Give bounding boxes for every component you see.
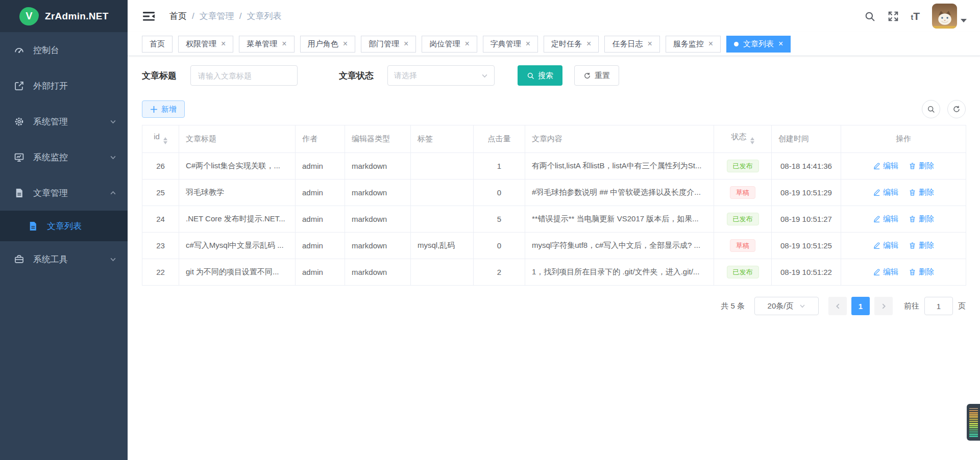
- tab-label: 权限管理: [186, 39, 216, 49]
- cell-actions: 编辑删除: [841, 259, 966, 286]
- next-page-button[interactable]: [874, 297, 893, 315]
- reset-button-label: 重置: [595, 71, 610, 81]
- breadcrumb-home[interactable]: 首页: [169, 10, 187, 22]
- cell-author: admin: [296, 153, 345, 180]
- close-icon[interactable]: ×: [708, 40, 713, 48]
- close-icon[interactable]: ×: [464, 40, 469, 48]
- search-button[interactable]: 搜索: [518, 65, 562, 86]
- avatar[interactable]: [932, 4, 957, 29]
- chevron-left-icon: [835, 303, 841, 310]
- tab-permission[interactable]: 权限管理×: [178, 36, 233, 53]
- column-tags: 标签: [411, 125, 474, 153]
- delete-link[interactable]: 删除: [909, 188, 934, 197]
- prev-page-button[interactable]: [828, 297, 847, 315]
- refresh-table-button[interactable]: [947, 100, 966, 118]
- toolbox-icon: [14, 254, 24, 265]
- delete-link[interactable]: 删除: [909, 241, 934, 250]
- cell-title: .NET Core 发布时提示.NET...: [179, 206, 296, 233]
- cell-clicks: 0: [474, 233, 525, 259]
- cell-clicks: 1: [474, 153, 525, 180]
- sidebar-item-system-admin[interactable]: 系统管理: [0, 104, 128, 139]
- cell-title: c#写入Mysql中文显示乱码 ...: [179, 233, 296, 259]
- edit-link[interactable]: 编辑: [873, 241, 898, 250]
- sidebar-item-label: 文章列表: [47, 220, 82, 232]
- tab-service-monitor[interactable]: 服务监控×: [666, 36, 721, 53]
- column-status[interactable]: 状态: [714, 125, 772, 153]
- sidebar-item-label: 系统工具: [33, 253, 68, 265]
- reset-button[interactable]: 重置: [574, 65, 619, 86]
- edit: [873, 215, 880, 223]
- cell-id: 25: [142, 180, 179, 206]
- edit: [873, 268, 880, 276]
- table-row: 23c#写入Mysql中文显示乱码 ...adminmarkdownmysql,…: [142, 233, 966, 259]
- tab-task-log[interactable]: 任务日志×: [604, 36, 659, 53]
- active-dot-icon: [734, 42, 739, 46]
- sidebar-item-article-admin[interactable]: 文章管理: [0, 175, 128, 211]
- external-link-icon: [14, 81, 24, 91]
- font-size-icon[interactable]: tT: [911, 11, 920, 21]
- add-button-label: 新增: [161, 105, 177, 114]
- sort-icon[interactable]: [750, 135, 754, 146]
- collapse-sidebar-icon[interactable]: [143, 11, 155, 22]
- cell-created: 08-18 14:41:36: [772, 153, 841, 180]
- search-icon[interactable]: [864, 11, 875, 22]
- close-icon[interactable]: ×: [221, 40, 226, 48]
- tab-cron[interactable]: 定时任务×: [544, 36, 599, 53]
- tab-dictionary[interactable]: 字典管理×: [483, 36, 538, 53]
- app-title: ZrAdmin.NET: [45, 11, 109, 22]
- edit-link[interactable]: 编辑: [873, 267, 898, 277]
- page-size-value: 20条/页: [768, 301, 794, 311]
- tab-department[interactable]: 部门管理×: [361, 36, 416, 53]
- close-icon[interactable]: ×: [778, 40, 783, 48]
- tab-menu[interactable]: 菜单管理×: [239, 36, 294, 53]
- article-status-select[interactable]: 请选择: [387, 65, 495, 86]
- close-icon[interactable]: ×: [404, 40, 408, 48]
- edit-link[interactable]: 编辑: [873, 188, 898, 197]
- article-title-input[interactable]: [190, 65, 298, 86]
- floating-widget[interactable]: [967, 404, 980, 441]
- close-icon[interactable]: ×: [343, 40, 348, 48]
- user-menu[interactable]: [932, 4, 967, 29]
- sidebar-item-external-open[interactable]: 外部打开: [0, 68, 128, 104]
- caret-down-icon[interactable]: [961, 19, 967, 25]
- close-icon[interactable]: ×: [647, 40, 652, 48]
- delete-link[interactable]: 删除: [909, 267, 934, 277]
- trash: [909, 189, 916, 196]
- tab-article-list[interactable]: 文章列表×: [726, 36, 791, 53]
- plus-icon: [150, 106, 158, 113]
- column-author: 作者: [296, 125, 345, 153]
- delete-link[interactable]: 删除: [909, 214, 934, 224]
- goto-page-input[interactable]: [924, 297, 953, 315]
- color-stripes-icon: [969, 407, 978, 438]
- sidebar-item-system-monitor[interactable]: 系统监控: [0, 139, 128, 175]
- fullscreen-icon[interactable]: [888, 11, 899, 22]
- add-article-button[interactable]: 新增: [142, 100, 185, 118]
- close-icon[interactable]: ×: [282, 40, 286, 48]
- page-number-1[interactable]: 1: [851, 297, 870, 315]
- sidebar-item-dashboard[interactable]: 控制台: [0, 32, 128, 68]
- sort-icon[interactable]: [163, 135, 167, 146]
- page-size-select[interactable]: 20条/页: [754, 297, 819, 315]
- edit-link[interactable]: 编辑: [873, 161, 898, 171]
- table-row: 24.NET Core 发布时提示.NET...adminmarkdown5**…: [142, 206, 966, 233]
- tab-post[interactable]: 岗位管理×: [422, 36, 477, 53]
- tab-user-role[interactable]: 用户角色×: [300, 36, 355, 53]
- page-unit-label: 页: [958, 301, 966, 311]
- column-id[interactable]: id: [142, 125, 179, 153]
- toggle-search-button[interactable]: [922, 100, 940, 118]
- articles-table: id文章标题作者编辑器类型标签点击量文章内容状态创建时间操作 26C#两个lis…: [142, 125, 966, 286]
- edit-link[interactable]: 编辑: [873, 214, 898, 224]
- trash: [909, 268, 916, 276]
- sidebar-item-label: 系统监控: [33, 151, 68, 163]
- sidebar-item-article-list[interactable]: 文章列表: [0, 211, 128, 241]
- close-icon[interactable]: ×: [526, 40, 530, 48]
- table-tools: [922, 100, 966, 118]
- sidebar-item-system-tools[interactable]: 系统工具: [0, 241, 128, 277]
- close-icon[interactable]: ×: [586, 40, 591, 48]
- column-editor: 编辑器类型: [345, 125, 411, 153]
- delete-link[interactable]: 删除: [909, 161, 934, 171]
- status-badge: 已发布: [727, 266, 759, 279]
- filter-form: 文章标题 文章状态 请选择 搜索 重置: [142, 65, 966, 86]
- tab-home[interactable]: 首页: [142, 36, 173, 53]
- logo-letter: V: [26, 10, 32, 22]
